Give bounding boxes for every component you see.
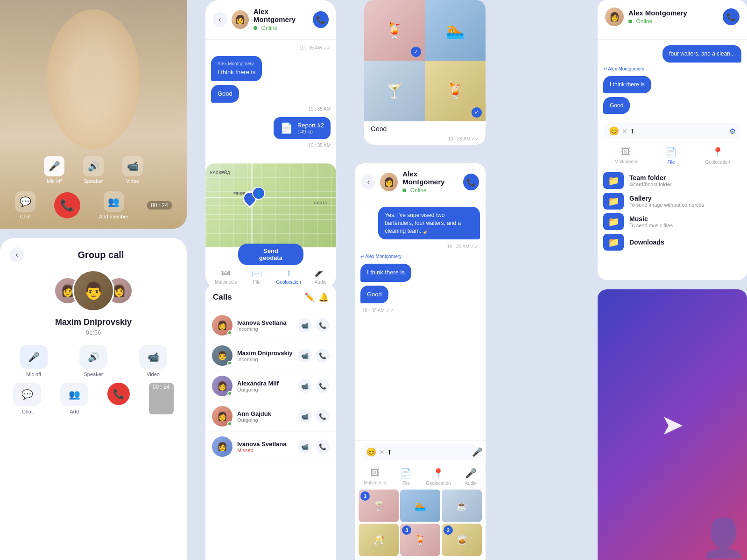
- chat-call-button[interactable]: 📞: [313, 11, 329, 28]
- video-call-2[interactable]: 📹: [298, 349, 312, 363]
- online-status: Online: [261, 25, 278, 31]
- photo-cell-4: 🍹 ✓: [425, 61, 486, 121]
- gc-video-button[interactable]: 📹 Video: [139, 345, 167, 377]
- file-icon: 📄: [280, 122, 293, 134]
- mic-off-button[interactable]: 🎤 Mic off: [44, 156, 64, 184]
- map-label-1: КАСКЕЙД: [210, 170, 230, 175]
- phone-call-1[interactable]: 📞: [316, 318, 330, 332]
- phone-call-4[interactable]: 📞: [316, 409, 330, 423]
- add-member-button[interactable]: 👥 Add member: [99, 191, 128, 219]
- fp-geo-icon: 📍: [712, 147, 724, 158]
- fc-back-button[interactable]: ‹: [361, 175, 375, 189]
- message-bubble-received-2: Good: [211, 85, 239, 103]
- map-user-avatar: 👤: [252, 187, 265, 200]
- photo-sm-bg-4: 🥂: [359, 524, 399, 556]
- video-call-3[interactable]: 📹: [298, 379, 312, 393]
- fp-call-button[interactable]: 📞: [723, 8, 740, 25]
- fp-att-multimedia[interactable]: 🖼 Multimedia: [614, 147, 637, 165]
- message-bubble-received-1: Alex Montgomery I think there is: [211, 56, 262, 81]
- folder-list: 📁 Team folder s/card/boost folder 📁 Gall…: [598, 168, 747, 254]
- video-call-4[interactable]: 📹: [298, 409, 312, 423]
- fc-contact-info: Alex Montgomery Online: [402, 170, 458, 194]
- call-actions-1: 📹 📞: [298, 318, 330, 332]
- decorative-silhouette: 👤: [700, 516, 747, 560]
- fc-clear-button[interactable]: ✕: [379, 448, 385, 456]
- avatar-initials-5: 👩: [217, 441, 227, 452]
- fc-att-file[interactable]: 📄 File: [400, 468, 412, 486]
- folder-name-downloads: Downloads: [629, 238, 664, 246]
- chat-message-good: Good: [364, 121, 486, 136]
- call-actions-4: 📹 📞: [298, 409, 330, 423]
- map-panel: КАСКЕЙД PIKE/PINE СИЭТЛ 👤 Send geodata: [205, 163, 336, 271]
- fc-send-button[interactable]: 🎤: [472, 447, 482, 457]
- gc-speaker-button[interactable]: 🔊 Speaker: [79, 345, 107, 377]
- chat-button[interactable]: 💬 Chat: [15, 191, 35, 219]
- folder-info-gallery: Gallery To send image without compress: [629, 195, 704, 208]
- chat-back-button[interactable]: ‹: [213, 12, 227, 27]
- folder-name-gallery: Gallery: [629, 195, 704, 202]
- fp-online-indicator: [628, 20, 632, 23]
- fp-message-input[interactable]: [630, 127, 726, 135]
- fc-message-sent-1: Yes. I've supervised two bartenders, fou…: [378, 207, 480, 239]
- gc-end-call-button[interactable]: 📞: [107, 383, 130, 405]
- fp-att-geo[interactable]: 📍 Geolocation: [705, 147, 730, 165]
- fp-online-status: Online: [636, 18, 652, 25]
- fc-audio-label: Audio: [465, 481, 477, 486]
- fp-send-button[interactable]: ⚙: [729, 127, 736, 136]
- file-name: Report #2: [297, 122, 324, 129]
- folder-downloads[interactable]: 📁 Downloads: [603, 234, 741, 251]
- fp-emoji-button[interactable]: 😊: [609, 126, 619, 136]
- gc-chat-label: Chat: [22, 409, 33, 414]
- phone-call-5[interactable]: 📞: [316, 440, 330, 454]
- send-geodata-button[interactable]: Send geodata: [238, 244, 303, 265]
- fc-att-multimedia[interactable]: 🖼 Multimedia: [364, 468, 386, 486]
- call-avatar-3: 👩: [212, 376, 233, 396]
- speaker-button[interactable]: 🔊 Speaker: [83, 156, 104, 184]
- folder-name-team: Team folder: [629, 174, 672, 182]
- photo-gallery-panel: 🍹 ✓ 🏊 🍸 🍹 ✓ Good 10 : 38 AM ✓✓: [364, 0, 486, 145]
- fc-message-input[interactable]: [388, 448, 469, 456]
- full-chat-panel: ‹ 👩 Alex Montgomery Online 📞 Yes. I've s…: [355, 163, 486, 560]
- fc-call-button[interactable]: 📞: [463, 174, 479, 190]
- fc-att-geo[interactable]: 📍 Geolocation: [426, 468, 451, 486]
- video-icon: 📹: [122, 156, 143, 176]
- calls-notification-button[interactable]: 🔔: [318, 292, 329, 302]
- chat-icon: 💬: [15, 191, 35, 212]
- end-call-button[interactable]: 📞: [54, 192, 80, 218]
- calls-panel: Calls ✏️ 🔔 👩 Ivanova Svetlana Incoming 📹…: [205, 285, 336, 560]
- gc-add-button[interactable]: 👥 Add: [60, 383, 88, 414]
- folder-icon-downloads: 📁: [603, 234, 624, 251]
- speaker-icon: 🔊: [83, 156, 104, 176]
- audio-label: Audio: [315, 280, 327, 285]
- fp-multimedia-icon: 🖼: [621, 147, 630, 157]
- folder-music[interactable]: 📁 Music To send music files: [603, 213, 741, 230]
- gc-add-icon: 👥: [60, 383, 88, 406]
- folder-desc-music: To send music files: [629, 223, 673, 228]
- chat-header: ‹ 👩 Alex Montgomery Online 📞: [205, 0, 336, 40]
- call-avatar-5: 👩: [212, 436, 233, 457]
- call-item-1: 👩 Ivanova Svetlana Incoming 📹 📞: [205, 310, 336, 341]
- file-message: 📄 Report #2 149 kb: [274, 117, 331, 139]
- msg-time-2: 10 : 35 AM: [211, 106, 331, 112]
- fp-clear-button[interactable]: ✕: [622, 127, 627, 135]
- back-button[interactable]: ‹: [9, 247, 24, 262]
- video-call-5[interactable]: 📹: [298, 440, 312, 454]
- gc-mic-button[interactable]: 🎤 Mic off: [20, 345, 48, 377]
- fc-att-audio[interactable]: 🎤 Audio: [465, 468, 477, 486]
- photo-chat-time: 10 : 38 AM ✓✓: [364, 136, 486, 144]
- fp-att-file[interactable]: 📄 File: [665, 147, 677, 165]
- calls-edit-button[interactable]: ✏️: [304, 292, 315, 302]
- phone-call-3[interactable]: 📞: [316, 379, 330, 393]
- call-duration: 01:56: [86, 329, 101, 336]
- video-call-1[interactable]: 📹: [298, 318, 312, 332]
- fp-contact-info: Alex Montgomery Online: [628, 9, 687, 25]
- gc-chat-button[interactable]: 💬 Chat: [13, 383, 41, 414]
- fc-emoji-button[interactable]: 😊: [366, 447, 376, 457]
- folder-team[interactable]: 📁 Team folder s/card/boost folder: [603, 172, 741, 189]
- call-type-3: Outgoing: [237, 387, 293, 392]
- phone-call-2[interactable]: 📞: [316, 349, 330, 363]
- folder-gallery[interactable]: 📁 Gallery To send image without compress: [603, 193, 741, 210]
- call-avatar-2: 👨: [212, 345, 233, 366]
- video-button[interactable]: 📹 Video: [122, 156, 143, 184]
- fc-input-row: 😊 ✕ 🎤: [360, 444, 480, 460]
